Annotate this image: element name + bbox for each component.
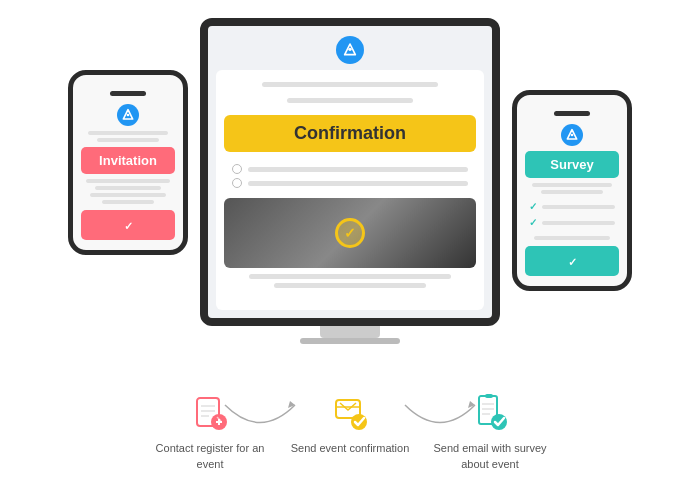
survey-label: Survey xyxy=(550,157,593,172)
icon-card-contact-register: Contact register for an event xyxy=(140,383,280,480)
monitor-header-lines xyxy=(224,78,476,107)
phone-right-logo xyxy=(561,124,583,146)
icon-card-send-survey: Send email with survey about event xyxy=(420,383,560,480)
check-line-2: ✓ xyxy=(529,217,615,228)
bottom-icons: Contact register for an event Send event… xyxy=(0,383,700,480)
confirmation-label: Confirmation xyxy=(294,123,406,143)
monitor-line-4 xyxy=(274,283,425,288)
phone-left-line-4 xyxy=(95,186,161,190)
check-icon-2: ✓ xyxy=(529,217,537,228)
check-line-1: ✓ xyxy=(529,201,615,212)
phone-left: Invitation ✓ xyxy=(68,70,188,255)
svg-point-1 xyxy=(127,114,130,117)
phone-right-line-3 xyxy=(534,236,609,240)
monitor-logo xyxy=(336,36,364,64)
phone-right-notch xyxy=(554,111,590,116)
phone-right-body: Survey ✓ ✓ ✓ xyxy=(512,90,632,291)
icon-line-1 xyxy=(232,164,468,174)
invitation-banner: Invitation xyxy=(81,147,175,174)
phone-right-line-1 xyxy=(532,183,612,187)
svg-point-2 xyxy=(571,134,574,137)
phone-right-button: ✓ xyxy=(525,246,619,276)
phone-right-check-icon: ✓ xyxy=(568,256,577,268)
monitor-content: Confirmation ✓ xyxy=(216,70,484,310)
confirmation-banner: Confirmation xyxy=(224,115,476,152)
phone-left-button: ✓ xyxy=(81,210,175,240)
invitation-label: Invitation xyxy=(99,153,157,168)
phone-left-body: Invitation ✓ xyxy=(68,70,188,255)
monitor-line-2 xyxy=(287,98,413,103)
send-confirmation-label: Send event confirmation xyxy=(291,441,410,456)
phone-left-line-1 xyxy=(88,131,168,135)
monitor: Confirmation ✓ xyxy=(200,18,500,344)
phone-left-check-icon: ✓ xyxy=(124,220,133,232)
check-icon-1: ✓ xyxy=(529,201,537,212)
phone-left-logo xyxy=(117,104,139,126)
contact-register-icon xyxy=(188,391,232,435)
svg-point-0 xyxy=(348,48,351,51)
monitor-screen: Confirmation ✓ xyxy=(200,18,500,326)
svg-rect-16 xyxy=(485,394,493,398)
phone-right-line-2 xyxy=(541,190,602,194)
send-confirmation-icon xyxy=(328,391,372,435)
location-icon xyxy=(232,178,242,188)
phone-right-checks: ✓ ✓ xyxy=(525,197,619,232)
survey-banner: Survey xyxy=(525,151,619,178)
phone-left-line-3 xyxy=(86,179,171,183)
contact-register-label: Contact register for an event xyxy=(150,441,270,472)
monitor-line-1 xyxy=(262,82,438,87)
phone-right: Survey ✓ ✓ ✓ xyxy=(512,90,632,291)
monitor-line-3 xyxy=(249,274,451,279)
phone-left-line-6 xyxy=(102,200,154,204)
phone-left-line-5 xyxy=(90,193,165,197)
clock-icon xyxy=(232,164,242,174)
event-image: ✓ xyxy=(224,198,476,268)
icon-card-send-confirmation: Send event confirmation xyxy=(280,383,420,464)
send-survey-label: Send email with survey about event xyxy=(430,441,550,472)
play-icon: ✓ xyxy=(335,218,365,248)
icon-line-2 xyxy=(232,178,468,188)
monitor-icon-rows xyxy=(224,160,476,192)
phone-left-notch xyxy=(110,91,146,96)
scene: Confirmation ✓ xyxy=(0,0,700,500)
phone-left-line-2 xyxy=(97,138,158,142)
monitor-stand xyxy=(320,326,380,338)
monitor-base xyxy=(300,338,400,344)
send-survey-icon xyxy=(468,391,512,435)
